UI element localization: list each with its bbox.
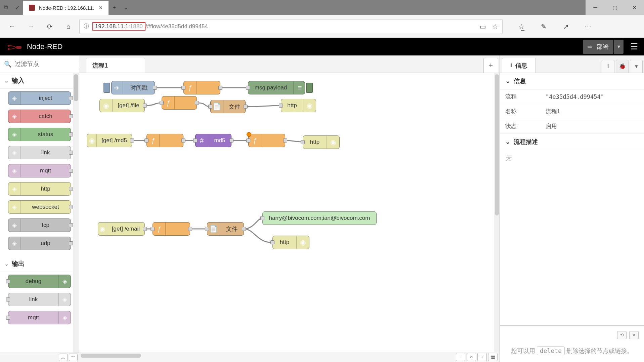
- flow-node-function[interactable]: ƒ: [162, 96, 197, 110]
- node-port[interactable]: [160, 101, 164, 105]
- flow-node-httpin[interactable]: ◉ [get] /md5: [87, 134, 132, 147]
- node-port[interactable]: [6, 316, 10, 320]
- node-port[interactable]: [69, 169, 73, 173]
- palette-node-mqtt[interactable]: ◈mqtt: [8, 164, 71, 177]
- node-port[interactable]: [143, 227, 147, 231]
- sidebar-debug-button[interactable]: 🐞: [616, 60, 629, 73]
- node-port[interactable]: [270, 240, 274, 244]
- palette-category-output[interactable]: ⌄ 输出: [0, 256, 79, 272]
- node-port[interactable]: [279, 104, 283, 108]
- new-tab-button[interactable]: ＋: [109, 0, 120, 15]
- canvas-hscrollbar[interactable]: [79, 352, 454, 362]
- zoom-in-button[interactable]: +: [477, 353, 487, 361]
- node-port[interactable]: [69, 241, 73, 245]
- tip-prev-button[interactable]: ⟲: [617, 331, 627, 339]
- favorite-icon[interactable]: ☆: [492, 23, 498, 31]
- main-menu-button[interactable]: ☰: [630, 41, 638, 52]
- node-port[interactable]: [188, 227, 192, 231]
- palette-node-udp[interactable]: ◈udp: [8, 237, 71, 250]
- palette-scrollbar[interactable]: [73, 73, 79, 353]
- back-button[interactable]: ←: [4, 18, 20, 35]
- node-port[interactable]: [181, 138, 185, 143]
- flow-node-file[interactable]: 📄 文件: [210, 100, 246, 113]
- close-window-icon[interactable]: ✕: [625, 0, 644, 15]
- node-port[interactable]: [6, 297, 10, 301]
- zoom-out-button[interactable]: −: [456, 353, 465, 361]
- add-flow-button[interactable]: +: [483, 58, 498, 73]
- sidebar-menu-button[interactable]: ▾: [630, 60, 643, 73]
- node-port[interactable]: [205, 227, 209, 231]
- node-port[interactable]: [195, 101, 199, 105]
- deploy-button[interactable]: ⇨ 部署: [583, 40, 613, 54]
- node-port[interactable]: [181, 86, 185, 90]
- close-icon[interactable]: ×: [99, 4, 102, 11]
- node-port[interactable]: [69, 96, 73, 100]
- sidebar-section-description[interactable]: ⌄ 流程描述: [500, 134, 644, 150]
- more-icon[interactable]: ⋯: [580, 18, 596, 35]
- flow-node-file[interactable]: 📄 文件: [207, 222, 244, 236]
- minimize-icon[interactable]: ─: [586, 0, 605, 15]
- share-icon[interactable]: ↗: [558, 18, 574, 35]
- flow-canvas[interactable]: ➜ 时间戳 ƒ msg.payload ≡ ◉ [get] /file: [79, 73, 500, 352]
- expand-all-button[interactable]: ︾: [69, 354, 78, 361]
- inject-trigger-button[interactable]: [103, 83, 110, 93]
- flow-node-httpresponse[interactable]: http ◉: [303, 135, 340, 149]
- collapse-all-button[interactable]: ︽: [59, 354, 68, 361]
- flow-node-function[interactable]: ƒ: [146, 134, 183, 147]
- node-port[interactable]: [69, 205, 73, 209]
- flow-node-httpin[interactable]: ◉ [get] /file: [99, 99, 145, 112]
- flow-node-function[interactable]: ƒ: [153, 222, 190, 236]
- flow-node-httpin[interactable]: ◉ [get] /email: [98, 222, 145, 236]
- node-port[interactable]: [153, 86, 157, 90]
- flow-node-email[interactable]: harry@bivocom.com;ian@bivocom.com: [262, 211, 377, 225]
- flow-node-httpresponse[interactable]: http ◉: [272, 236, 309, 249]
- home-button[interactable]: ⌂: [60, 18, 77, 35]
- node-port[interactable]: [246, 138, 250, 143]
- node-port[interactable]: [301, 140, 305, 144]
- node-port[interactable]: [69, 114, 73, 118]
- palette-node-tcp[interactable]: ◈tcp: [8, 218, 71, 232]
- flow-node-debug[interactable]: msg.payload ≡: [248, 81, 305, 94]
- node-port[interactable]: [229, 138, 233, 143]
- node-port[interactable]: [218, 86, 222, 90]
- node-port[interactable]: [69, 151, 73, 155]
- sidebar-section-info[interactable]: ⌄ 信息: [500, 73, 644, 89]
- palette-node-websocket[interactable]: ◈websocket: [8, 200, 71, 214]
- flow-node-function[interactable]: ƒ: [248, 134, 285, 147]
- browser-tab-active[interactable]: Node-RED : 192.168.11. ×: [23, 0, 109, 15]
- node-port[interactable]: [130, 138, 134, 143]
- node-port[interactable]: [283, 138, 287, 143]
- address-bar[interactable]: ⓘ 192.168.11.1:1880/#flow/4e35d5d4.d9945…: [79, 19, 503, 34]
- navigator-button[interactable]: ▦: [488, 353, 498, 361]
- node-port[interactable]: [69, 187, 73, 191]
- palette-node-http[interactable]: ◈http: [8, 182, 71, 196]
- node-port[interactable]: [242, 227, 246, 231]
- node-port[interactable]: [69, 223, 73, 227]
- window-pin-icon[interactable]: ↙: [11, 0, 23, 15]
- flow-node-md5[interactable]: # md5: [195, 134, 231, 147]
- node-port[interactable]: [244, 105, 248, 109]
- flow-node-function[interactable]: ƒ: [183, 81, 220, 94]
- debug-toggle-button[interactable]: [306, 83, 313, 93]
- zoom-reset-button[interactable]: ○: [467, 353, 476, 361]
- maximize-icon[interactable]: ▢: [605, 0, 625, 15]
- notes-icon[interactable]: ✎: [535, 18, 552, 35]
- node-port[interactable]: [193, 138, 197, 143]
- node-port[interactable]: [151, 227, 155, 231]
- sidebar-info-button[interactable]: i: [602, 60, 614, 73]
- node-port[interactable]: [144, 138, 148, 143]
- sidebar-tab-info[interactable]: i 信息: [502, 58, 536, 73]
- info-icon[interactable]: ⓘ: [84, 23, 89, 30]
- palette-category-input[interactable]: ⌄ 输入: [0, 73, 79, 89]
- canvas-vscrollbar[interactable]: [494, 73, 500, 352]
- palette-node-status[interactable]: ◈status: [8, 128, 71, 141]
- node-port[interactable]: [6, 279, 10, 283]
- palette-node-inject[interactable]: ◈inject: [8, 91, 71, 105]
- node-port[interactable]: [246, 86, 250, 90]
- palette-node-link[interactable]: link◈: [8, 293, 71, 306]
- palette-node-debug[interactable]: debug◈: [8, 275, 71, 288]
- flow-node-inject[interactable]: ➜ 时间戳: [111, 81, 155, 94]
- flow-tab-active[interactable]: 流程1: [86, 58, 145, 73]
- favorites-icon[interactable]: ☆̲: [513, 18, 529, 35]
- tip-close-button[interactable]: ✕: [629, 331, 639, 339]
